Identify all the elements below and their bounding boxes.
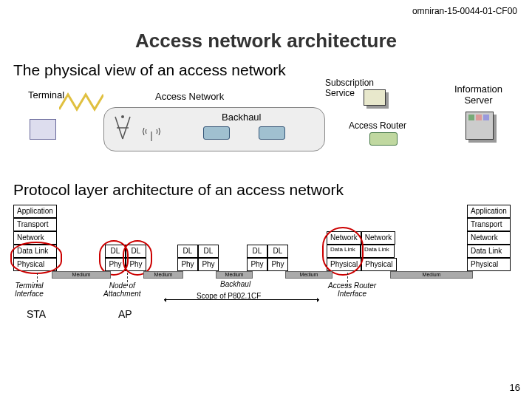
access-network-label: Access Network	[155, 91, 224, 102]
layer-network-right: Network	[467, 231, 511, 245]
information-server-icon	[468, 115, 497, 143]
backhaul-label: Backhaul	[222, 112, 261, 123]
bh1-phy-2: Phy	[198, 258, 219, 271]
layer-application-right: Application	[467, 205, 511, 218]
layer-application-left: Application	[13, 205, 57, 218]
bh2-phy-2: Phy	[267, 258, 288, 271]
layer-transport-right: Transport	[467, 218, 511, 231]
access-router-label: Access Router	[349, 120, 406, 131]
medium-bar-3: Medium	[216, 271, 253, 279]
ar-net-1: Network	[327, 231, 361, 245]
information-server-label: Information Server	[454, 83, 502, 106]
bh1-dl-1: DL	[177, 245, 198, 258]
backhaul-proto-label: Backhaul	[220, 280, 250, 288]
noa-phy-2: Phy	[126, 258, 146, 271]
bh2-dl-2: DL	[267, 245, 288, 258]
wireless-zigzag-icon	[59, 91, 103, 113]
subtitle-protocol-layer: Protocol layer architecture of an access…	[13, 181, 532, 199]
layer-network-left: Network	[13, 231, 57, 245]
protocol-layer-diagram: Application Transport Network Data Link …	[9, 205, 523, 330]
noa-phy-1: Phy	[105, 258, 126, 271]
switch-icon-2	[259, 126, 285, 140]
antenna-tower-icon	[108, 113, 137, 143]
medium-bar-2: Medium	[143, 271, 183, 279]
svg-point-0	[121, 115, 124, 118]
medium-bar-5: Medium	[390, 271, 473, 279]
terminal-interface-label: Terminal Interface	[15, 282, 44, 298]
bh2-phy-1: Phy	[247, 258, 267, 271]
medium-bar-1: Medium	[52, 271, 111, 279]
noa-dl-2: DL	[126, 245, 146, 258]
doc-id: omniran-15-0044-01-CF00	[412, 6, 517, 16]
ar-dl-2: Data Link	[361, 245, 395, 258]
access-router-interface-label: Access Router Interface	[328, 282, 376, 298]
layer-datalink-left: Data Link	[13, 245, 57, 258]
noa-dl-1: DL	[105, 245, 126, 258]
node-of-attachment-label: Node of Attachment	[103, 282, 141, 298]
layer-physical-left: Physical	[13, 258, 57, 271]
sta-label: STA	[27, 308, 46, 320]
ar-phy-1: Physical	[327, 258, 361, 271]
bh1-dl-2: DL	[198, 245, 219, 258]
page-number: 16	[510, 382, 520, 393]
layer-datalink-right: Data Link	[467, 245, 511, 258]
laptop-icon	[30, 119, 56, 140]
subtitle-physical-view: The physical view of an access network	[13, 61, 532, 79]
layer-physical-right: Physical	[467, 258, 511, 271]
layer-transport-left: Transport	[13, 218, 57, 231]
bh2-dl-1: DL	[247, 245, 267, 258]
bh1-phy-1: Phy	[177, 258, 198, 271]
slide-title: Access network architecture	[0, 30, 532, 52]
medium-bar-4: Medium	[285, 271, 332, 279]
physical-view-diagram: Terminal Access Network Backhaul Subscri…	[15, 83, 517, 172]
ar-net-2: Network	[361, 231, 396, 245]
ap-antenna-icon	[140, 120, 163, 143]
router-icon	[369, 132, 398, 146]
ar-phy-2: Physical	[361, 258, 396, 271]
subscription-server-icon	[366, 92, 389, 109]
ap-label: AP	[118, 308, 132, 320]
ar-dl-1: Data Link	[327, 245, 361, 258]
scope-label: Scope of P802.1CF	[197, 292, 261, 300]
switch-icon-1	[203, 126, 230, 140]
